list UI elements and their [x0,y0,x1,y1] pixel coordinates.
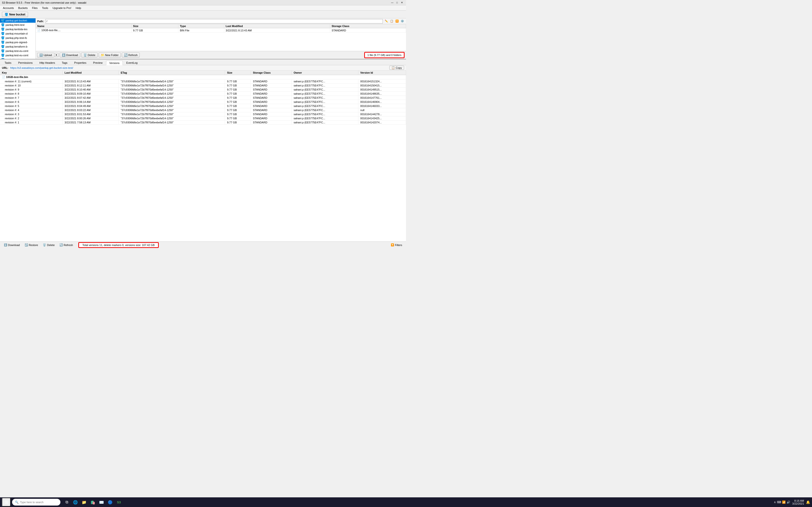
table-row[interactable]: revision #: 7 3/22/2021 8:07:42 AM "37c9… [0,96,406,100]
bucket-item[interactable]: 🪣 pankaj-lambda-tes [0,27,36,32]
menu-tools[interactable]: Tools [40,6,50,10]
new-folder-button[interactable]: 📁 New Folder [99,53,121,57]
tab-tags[interactable]: Tags [59,60,70,65]
upload-button[interactable]: ⬆️ Upload [37,53,54,57]
menu-accounts[interactable]: Accounts [1,6,16,10]
bucket-item[interactable]: 🪣 pankaj-test-eu-cent [0,57,36,59]
revision-key: revision #: 6 [0,100,62,104]
revision-storage: STANDARD [251,108,292,112]
bucket-icon: 🪣 [1,36,5,40]
revision-etag: "37c9306fd6e1e72b7f970d6eebefaf14-1250" [119,96,225,100]
versions-file-row[interactable]: 📄 10GB-test-file.bin [0,75,406,79]
new-bucket-button[interactable]: 🪣 New bucket [2,12,28,17]
vcol-versionid[interactable]: Version Id [358,70,406,75]
table-row[interactable]: revision #: 1 3/22/2021 7:58:13 AM "37c9… [0,120,406,125]
file-name: 📄 10GB-test-file.... [36,28,132,33]
vcol-key[interactable]: Key [0,70,62,75]
restore-label: Restore [29,243,38,246]
menu-buckets[interactable]: Buckets [16,6,30,10]
tab-http-headers[interactable]: Http Headers [36,60,58,65]
upload-dropdown-arrow[interactable]: ▼ [54,53,59,57]
table-row[interactable]: revision #: 8 3/22/2021 8:09:10 AM "37c9… [0,92,406,96]
bucket-item[interactable]: 🪣 pankaj-test-eu-cent [0,53,36,57]
versions-delete-button[interactable]: 🗑️ Delete [41,243,57,247]
bucket-item[interactable]: 🪣 pankaj-pre-signed- [0,40,36,44]
revision-size: 9.77 GB [225,83,251,88]
table-row[interactable]: revision #: 6 3/22/2021 8:06:14 AM "37c9… [0,100,406,104]
close-button[interactable]: ✕ [400,0,404,5]
refresh-button[interactable]: 🔄 Refresh [122,53,140,57]
revision-key: revision #: 3 [0,112,62,116]
table-row[interactable]: revision #: 9 3/22/2021 8:10:40 AM "37c9… [0,88,406,92]
vcol-storage[interactable]: Storage Class [251,70,292,75]
versions-refresh-button[interactable]: 🔄 Refresh [57,243,75,247]
tab-tasks[interactable]: Tasks [1,60,14,65]
revision-key: revision #: 4 [0,108,62,112]
menu-upgrade[interactable]: Upgrade to Pro! [51,6,73,10]
refresh-icon: 🔄 [124,53,128,57]
filters-icon: 🔽 [391,243,394,246]
revision-lastmod: 3/22/2021 8:00:26 AM [62,116,119,120]
table-row[interactable]: revision #: 10 3/22/2021 8:12:11 AM "37c… [0,83,406,88]
revision-owner: sahani.p (EE5775E47FC... [292,88,358,92]
tab-permissions[interactable]: Permissions [15,60,36,65]
table-row[interactable]: revision #: 2 3/22/2021 8:00:26 AM "37c9… [0,116,406,120]
restore-button[interactable]: ↩️ Restore [23,243,40,247]
versions-download-button[interactable]: ⬇️ Download [2,243,22,247]
bucket-item[interactable]: 🪣 pankaj-html-test [0,23,36,27]
bucket-name: pankaj-html-test [6,23,24,26]
revision-lastmod: 3/22/2021 7:58:13 AM [62,120,119,125]
revision-etag: "37c9306fd6e1e72b7f970d6eebefaf14-1250" [119,83,225,88]
vcol-lastmod[interactable]: Last Modified [62,70,119,75]
revision-versionid: 0016164146033... [358,104,406,108]
settings-button[interactable]: ⚙️ [400,19,405,23]
table-row[interactable]: revision #: 5 3/22/2021 8:04:49 AM "37c9… [0,104,406,108]
bucket-item[interactable]: 🪣 pankaj-php-test-fo [0,36,36,40]
table-row[interactable]: revision #: 11 (current) 3/22/2021 8:13:… [0,79,406,83]
download-button[interactable]: ⬇️ Download [60,53,80,57]
bucket-item[interactable]: 🪣 pankaj-test-eu-cent [0,49,36,53]
vcol-etag[interactable]: ETag [119,70,225,75]
revision-owner: sahani.p (EE5775E47FC... [292,120,358,125]
edit-path-button[interactable]: ✏️ [384,19,389,23]
revision-key: revision #: 9 [0,88,62,92]
versions-container[interactable]: Key Last Modified ETag Size Storage Clas… [0,70,406,241]
url-value: https://s3.wasabisys.com/pankaj-get-buck… [10,66,73,69]
filters-button[interactable]: 🔽 Filters [389,243,404,247]
revision-versionid: 0016164151324... [358,79,406,83]
revision-lastmod: 3/22/2021 8:09:10 AM [62,92,119,96]
revision-storage: STANDARD [251,88,292,92]
copy-url-button[interactable]: 📋 Copy [389,66,404,70]
bucket-item[interactable]: 🪣 pankaj-mountain-d [0,32,36,36]
menu-help[interactable]: Help [74,6,83,10]
minimize-button[interactable]: — [390,0,394,5]
col-storage[interactable]: Storage Class [330,24,406,28]
col-type[interactable]: Type [179,24,224,28]
maximize-button[interactable]: □ [395,0,399,5]
menu-files[interactable]: Files [30,6,39,10]
main-layout: 🪣 pankaj-get-bucket- 🪣 pankaj-html-test … [0,18,406,248]
bookmarks-button[interactable]: 📋 [390,19,394,23]
path-input[interactable] [45,19,383,23]
file-list-container[interactable]: Name Size Type Last Modified Storage Cla… [36,24,406,51]
tab-versions[interactable]: Versions [106,61,122,65]
url-label: URL: [2,66,8,69]
restore-icon: ↩️ [24,243,28,246]
vcol-size[interactable]: Size [225,70,251,75]
revision-lastmod: 3/22/2021 8:01:53 AM [62,112,119,116]
col-size[interactable]: Size [132,24,179,28]
tab-preview[interactable]: Preview [90,60,106,65]
col-name[interactable]: Name [36,24,132,28]
table-row[interactable]: revision #: 3 3/22/2021 8:01:53 AM "37c9… [0,112,406,116]
table-row[interactable]: revision #: 4 3/22/2021 8:03:22 AM "37c9… [0,108,406,112]
filter-button[interactable]: 🔽 [395,19,399,23]
bucket-item[interactable]: 🪣 pankaj-get-bucket- [0,18,36,23]
table-row[interactable]: 📄 10GB-test-file.... 9.77 GB BIN File 3/… [36,28,406,33]
bucket-item[interactable]: 🪣 pankaj-terraform-b [0,44,36,49]
tab-properties[interactable]: Properties [71,60,89,65]
vcol-owner[interactable]: Owner [292,70,358,75]
col-lastmod[interactable]: Last Modified [224,24,330,28]
delete-button[interactable]: 🗑️ Delete [81,53,98,57]
tab-eventlog[interactable]: EventLog [123,60,141,65]
bucket-list[interactable]: 🪣 pankaj-get-bucket- 🪣 pankaj-html-test … [0,18,36,59]
